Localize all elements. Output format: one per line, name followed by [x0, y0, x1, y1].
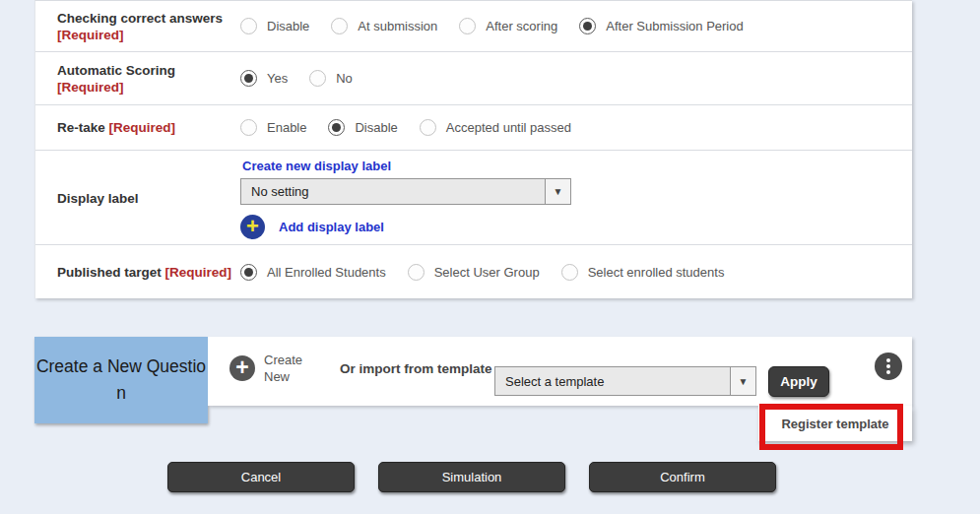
section-title: Create a New Question	[34, 353, 208, 407]
field-label-text: Re-take	[57, 120, 105, 135]
radio-option-disable[interactable]: Disable	[240, 18, 309, 34]
radio-label: Accepted until passed	[446, 120, 571, 135]
create-new-button[interactable]: Create New	[229, 352, 315, 385]
required-badge: [Required]	[57, 28, 124, 42]
radio-icon[interactable]	[328, 119, 345, 136]
radio-option-after-scoring[interactable]: After scoring	[459, 18, 557, 34]
radio-label: Select User Group	[434, 265, 540, 280]
radio-icon[interactable]	[459, 18, 476, 34]
form-row-retake: Re-take [Required] Enable Disable Accept…	[35, 105, 912, 151]
radio-icon[interactable]	[240, 264, 257, 281]
quiz-settings-form: Checking correct answers [Required] Disa…	[34, 0, 912, 298]
confirm-button[interactable]: Confirm	[589, 462, 776, 492]
radio-option-select-user-group[interactable]: Select User Group	[408, 264, 540, 281]
form-row-automatic-scoring: Automatic Scoring [Required] Yes No	[35, 52, 912, 105]
field-label-text: Checking correct answers	[57, 11, 223, 26]
radio-label: Yes	[267, 71, 288, 86]
field-label: Display label	[35, 190, 240, 207]
field-label-text: Automatic Scoring	[57, 63, 175, 78]
import-from-template-label: Or import from template	[340, 361, 492, 376]
radio-option-disable[interactable]: Disable	[328, 119, 397, 136]
template-select-value: Select a template	[495, 374, 604, 389]
quiz-settings-page: Checking correct answers [Required] Disa…	[0, 0, 980, 514]
radio-label: After scoring	[486, 19, 557, 33]
form-row-published-target: Published target [Required] All Enrolled…	[35, 245, 912, 299]
radio-option-no[interactable]: No	[309, 70, 353, 87]
add-display-label-button[interactable]: Add display label	[240, 215, 384, 239]
create-new-label: Create New	[264, 352, 315, 385]
plus-icon	[240, 215, 265, 239]
field-label-text: Published target	[57, 265, 162, 280]
radio-label: Disable	[355, 120, 397, 135]
radio-label: After Submission Period	[606, 19, 743, 33]
register-template-menu-item[interactable]: Register template	[781, 417, 888, 431]
required-badge: [Required]	[165, 265, 232, 280]
add-display-label-link[interactable]: Add display label	[279, 220, 384, 234]
display-label-controls: Create new display label No setting Add …	[240, 151, 912, 245]
field-label: Automatic Scoring [Required]	[35, 62, 240, 96]
radio-label: All Enrolled Students	[267, 265, 386, 280]
create-question-toolbar: Create New Or import from template Selec…	[208, 337, 912, 406]
radio-icon[interactable]	[561, 264, 578, 281]
field-label: Published target [Required]	[35, 264, 240, 281]
radio-icon[interactable]	[331, 18, 348, 34]
cancel-button[interactable]: Cancel	[167, 462, 355, 492]
radio-icon[interactable]	[240, 70, 257, 87]
field-label: Checking correct answers [Required]	[35, 10, 240, 43]
radio-icon[interactable]	[240, 119, 257, 136]
form-row-checking-correct-answers: Checking correct answers [Required] Disa…	[35, 1, 912, 52]
more-options-kebab-icon[interactable]	[875, 353, 902, 380]
chevron-down-icon[interactable]	[545, 179, 570, 204]
create-new-display-label-link[interactable]: Create new display label	[242, 159, 391, 173]
radio-label: Enable	[267, 120, 306, 135]
radio-option-select-enrolled-students[interactable]: Select enrolled students	[561, 264, 725, 281]
radio-option-after-submission-period[interactable]: After Submission Period	[579, 18, 743, 34]
apply-button[interactable]: Apply	[768, 366, 829, 397]
field-label-text: Display label	[57, 191, 139, 206]
radio-option-accepted-until-passed[interactable]: Accepted until passed	[420, 119, 571, 136]
form-row-display-label: Display label Create new display label N…	[35, 151, 912, 245]
radio-option-at-submission[interactable]: At submission	[331, 18, 437, 34]
radio-icon[interactable]	[408, 264, 425, 281]
radio-icon[interactable]	[420, 119, 436, 136]
simulation-button[interactable]: Simulation	[378, 462, 565, 492]
radio-group-checking-correct-answers: Disable At submission After scoring Afte…	[240, 18, 912, 34]
radio-option-enable[interactable]: Enable	[240, 119, 306, 136]
required-badge: [Required]	[109, 120, 176, 135]
radio-option-all-enrolled-students[interactable]: All Enrolled Students	[240, 264, 386, 281]
radio-option-yes[interactable]: Yes	[240, 70, 288, 87]
radio-group-published-target: All Enrolled Students Select User Group …	[240, 264, 912, 281]
display-label-select[interactable]: No setting	[240, 178, 571, 205]
radio-icon[interactable]	[579, 18, 596, 34]
section-header-create-new-question: Create a New Question	[34, 337, 208, 423]
radio-group-automatic-scoring: Yes No	[240, 70, 912, 87]
display-label-select-value: No setting	[241, 184, 309, 199]
radio-icon[interactable]	[240, 18, 257, 34]
chevron-down-icon[interactable]	[730, 367, 755, 395]
template-select[interactable]: Select a template	[494, 366, 756, 396]
radio-label: No	[336, 71, 353, 86]
field-label: Re-take [Required]	[35, 119, 240, 136]
radio-group-retake: Enable Disable Accepted until passed	[240, 119, 912, 136]
required-badge: [Required]	[57, 80, 124, 95]
radio-icon[interactable]	[309, 70, 326, 87]
radio-label: Select enrolled students	[588, 265, 725, 280]
kebab-dropdown-menu: Register template	[758, 406, 912, 441]
radio-label: At submission	[358, 19, 437, 33]
radio-label: Disable	[267, 19, 309, 33]
plus-icon	[229, 355, 255, 381]
